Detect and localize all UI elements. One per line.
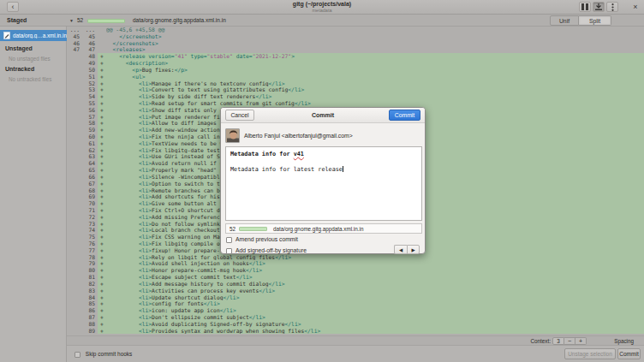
diff-line[interactable]: 4646 </screenshots>	[67, 40, 644, 47]
new-line-number: 71	[82, 207, 98, 214]
old-line-number	[67, 227, 82, 234]
dialog-file-name: data/org.gnome.gitg.appdata.xml.in.in	[273, 226, 363, 232]
context-value-field[interactable]: 3	[552, 337, 564, 345]
amend-checkbox[interactable]	[226, 237, 232, 243]
close-window-button[interactable]: ×	[630, 2, 641, 12]
commit-button[interactable]: Commit	[617, 348, 641, 359]
diff-line[interactable]: 53+ <li>Convert to text using gitattribu…	[67, 86, 644, 93]
diff-marker: +	[98, 53, 106, 60]
diff-line[interactable]: 50+ <p>Bug fixes:</p>	[67, 67, 644, 74]
arrow-right-icon: ▶	[411, 247, 414, 252]
old-line-number	[67, 60, 82, 67]
menu-button[interactable]	[606, 2, 618, 12]
diff-line[interactable]: 81+ <li>Escape subject commit text</li>	[67, 274, 644, 281]
new-line-number: 89	[82, 328, 98, 335]
diff-line[interactable]: 86+ <li>icon: update app icon</li>	[67, 307, 644, 314]
unstage-selection-button[interactable]: Unstage selection	[564, 348, 616, 359]
diff-line[interactable]: 87+ <li>Don't ellipsize commit subject</…	[67, 314, 644, 321]
new-line-number: 72	[82, 214, 98, 221]
new-line-number: 86	[82, 307, 98, 314]
new-line-number: 58	[82, 120, 98, 127]
diff-line[interactable]: 83+ <li>Activities can process key event…	[67, 288, 644, 294]
save-icon	[595, 3, 602, 10]
old-line-number	[67, 74, 82, 80]
diff-line[interactable]: 54+ <li>Side by side diff text renderers…	[67, 93, 644, 100]
old-line-number	[67, 288, 82, 294]
diff-stat-bar	[87, 19, 125, 23]
next-message-button[interactable]: ▶	[407, 245, 420, 254]
new-line-number: 81	[82, 274, 98, 281]
diff-marker: +	[98, 267, 106, 274]
diff-marker: +	[98, 187, 106, 194]
old-line-number	[67, 328, 82, 335]
old-line-number	[67, 260, 82, 267]
commit-message-input[interactable]: Metadata info for v41 Metadata info for …	[225, 146, 422, 221]
spacing-button[interactable]: Spacing	[614, 338, 634, 344]
old-line-number	[67, 114, 82, 121]
diff-code: <li>Avoid shell injection on hooks</li>	[106, 260, 644, 267]
unified-view-button[interactable]: Unif	[550, 15, 579, 26]
new-line-number: ...	[82, 27, 98, 33]
dialog-file-row[interactable]: 52 data/org.gnome.gitg.appdata.xml.in.in	[225, 223, 422, 234]
diff-code: <release version="41" type="stable" date…	[106, 53, 644, 60]
diff-line[interactable]: 84+ <li>Update shortcut dialog</li>	[67, 294, 644, 301]
new-line-number: 52	[82, 80, 98, 87]
old-line-number	[67, 307, 82, 314]
new-line-number: 64	[82, 160, 98, 167]
columns-icon	[581, 3, 588, 10]
diff-line[interactable]: 78+ <li>Rely on libgit for global config…	[67, 254, 644, 261]
diff-line[interactable]: 80+ <li>Honor prepare-commit-msg hook</l…	[67, 267, 644, 274]
diff-line[interactable]: 85+ <li>config for fonts</li>	[67, 300, 644, 307]
diff-marker: +	[98, 227, 106, 234]
old-line-number	[67, 93, 82, 100]
sidebar-item-selected-file[interactable]: data/org.g…a.xml.in.in	[0, 30, 67, 41]
old-line-number	[67, 274, 82, 281]
split-view-button[interactable]: Split	[579, 15, 611, 26]
old-line-number	[67, 86, 82, 93]
context-decrease-button[interactable]: −	[564, 337, 575, 345]
diff-line[interactable]: 82+ <li>Add message history to commit di…	[67, 281, 644, 288]
old-line-number	[67, 181, 82, 187]
new-line-number: 75	[82, 234, 98, 240]
diff-line[interactable]: 79+ <li>Avoid shell injection on hooks</…	[67, 260, 644, 267]
new-line-number: 51	[82, 74, 98, 80]
diff-code: <releases>	[106, 46, 644, 53]
old-line-number	[67, 160, 82, 167]
new-line-number: 84	[82, 294, 98, 301]
context-label: Context:	[531, 338, 551, 344]
diff-marker: +	[98, 80, 106, 87]
diff-line[interactable]: 49+ <description>	[67, 60, 644, 67]
diff-line[interactable]: 88+ <li>Avoid duplicating Signed-off-by …	[67, 321, 644, 328]
skip-commit-hooks-checkbox[interactable]	[75, 352, 80, 358]
previous-message-button[interactable]: ◀	[394, 245, 407, 254]
diff-line[interactable]: 89+ <li>Provides syntax and wordwrap whe…	[67, 328, 644, 335]
window-title: gitg (~/projects/vala)	[0, 1, 644, 8]
diff-line[interactable]: 55+ <li>Read setup for smart commits fro…	[67, 100, 644, 107]
context-increase-button[interactable]: +	[575, 337, 587, 345]
message-history-arrows: ◀ ▶	[394, 245, 420, 254]
new-line-number: 87	[82, 314, 98, 321]
dialog-commit-button[interactable]: Commit	[389, 110, 420, 121]
signoff-checkbox[interactable]	[226, 248, 232, 254]
new-line-number: 47	[82, 46, 98, 53]
old-line-number	[67, 80, 82, 87]
diff-marker: +	[98, 160, 106, 167]
file-edit-icon	[3, 32, 10, 39]
side-by-side-view-button[interactable]	[579, 2, 591, 12]
commit-activity-button[interactable]	[593, 2, 605, 12]
diff-line[interactable]: 51+ <ul>	[67, 74, 644, 80]
chevron-down-icon[interactable]: ▼	[69, 18, 74, 23]
old-line-number	[67, 314, 82, 321]
diff-code: <li>Side by side diff text renderers</li…	[106, 93, 644, 100]
diff-hunk-header[interactable]: ......@@ -45,6 +45,58 @@	[67, 27, 644, 33]
diff-marker: +	[98, 247, 106, 254]
arrow-left-icon: ◀	[399, 247, 402, 252]
diff-line[interactable]: 4747 <releases>	[67, 46, 644, 53]
diff-line[interactable]: 48+ <release version="41" type="stable" …	[67, 53, 644, 60]
diff-marker: +	[98, 328, 106, 335]
old-line-number	[67, 147, 82, 154]
diff-line[interactable]: 52+ <li>Manage if there's no textconv co…	[67, 80, 644, 87]
diff-line[interactable]: 4545 </screenshot>	[67, 33, 644, 40]
diff-marker: +	[98, 281, 106, 288]
diff-code: <li>Activities can process key events</l…	[106, 288, 644, 294]
